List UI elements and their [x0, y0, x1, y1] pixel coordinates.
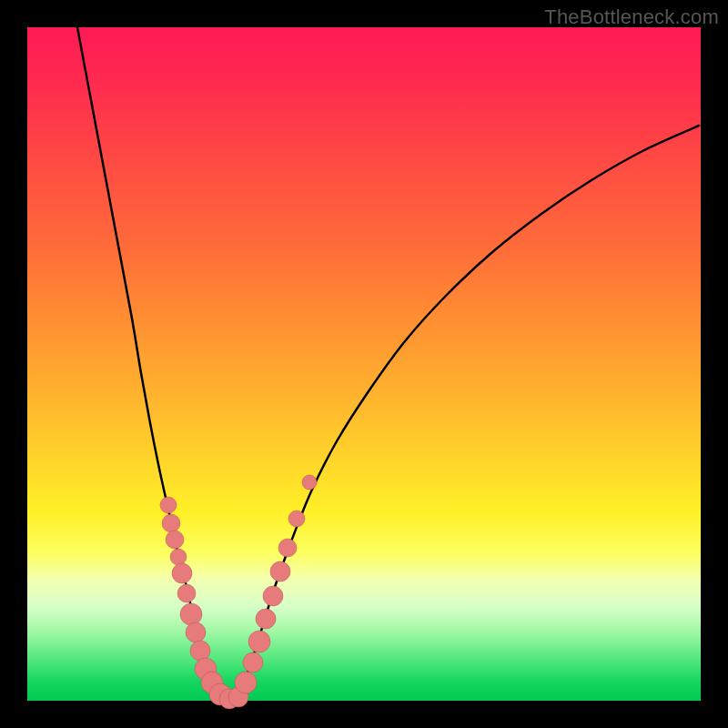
marker-dot [180, 603, 202, 625]
marker-dot [243, 652, 263, 672]
marker-dot [166, 531, 184, 549]
curve-left-branch [77, 27, 221, 699]
marker-dot [170, 549, 187, 565]
marker-dot [248, 631, 270, 652]
marker-dot [302, 475, 317, 490]
marker-dot [172, 563, 192, 583]
marker-dot [288, 511, 305, 527]
marker-dot [278, 539, 297, 557]
marker-dot [160, 497, 177, 513]
marker-dot [235, 672, 257, 693]
marker-dot [190, 641, 210, 661]
marker-group [160, 475, 317, 709]
marker-dot [256, 609, 276, 629]
curve-right-branch [237, 126, 699, 699]
marker-dot [162, 514, 180, 532]
marker-dot [263, 586, 283, 606]
marker-dot [186, 622, 206, 642]
bottleneck-curve-chart [27, 27, 701, 701]
marker-dot [270, 561, 290, 581]
watermark-text: TheBottleneck.com [544, 5, 719, 29]
marker-dot [177, 584, 196, 602]
